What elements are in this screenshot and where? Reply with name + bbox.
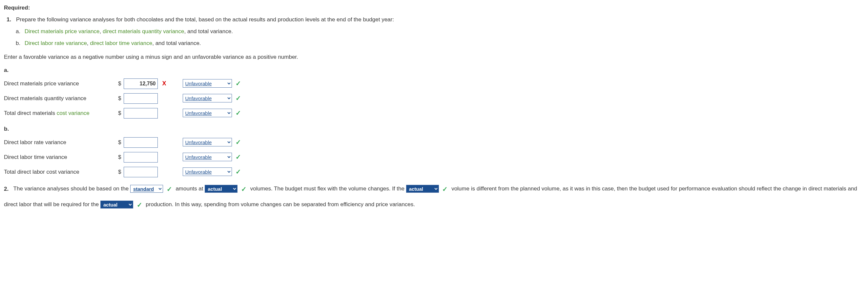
q1b-link-2[interactable]: direct labor time variance <box>90 40 152 46</box>
favorability-select[interactable]: Unfavorable <box>183 79 232 88</box>
check-icon: ✓ <box>236 94 241 102</box>
favorability-select[interactable]: Unfavorable <box>183 109 232 117</box>
check-icon: ✓ <box>165 181 174 197</box>
table-row: Direct materials price variance $ X Unfa… <box>4 76 244 91</box>
section-b-label: b. <box>4 124 864 134</box>
favorability-select[interactable]: Unfavorable <box>183 94 232 103</box>
section-a-label: a. <box>4 66 864 75</box>
section-a-table: Direct materials price variance $ X Unfa… <box>4 76 244 120</box>
currency-symbol: $ <box>118 76 124 91</box>
q2-marker: 2. <box>4 186 8 192</box>
check-icon: ✓ <box>239 181 249 197</box>
row-label: Direct materials quantity variance <box>4 91 118 106</box>
basis-select-2[interactable]: actual <box>205 185 238 193</box>
q2-t3: volumes. The budget must flex with the v… <box>250 186 406 192</box>
required-heading: Required: <box>4 3 864 12</box>
row-label: Direct labor time variance <box>4 150 118 165</box>
currency-symbol: $ <box>118 150 124 165</box>
table-row: Total direct materials cost variance $ U… <box>4 106 244 120</box>
q1a-tail: , and total variance. <box>184 28 233 34</box>
row-label: Direct labor rate variance <box>4 135 118 150</box>
amount-input[interactable] <box>124 108 158 118</box>
q1a-marker: a. <box>16 28 20 34</box>
favorability-select[interactable]: Unfavorable <box>183 153 232 161</box>
basis-select-1[interactable]: standard <box>130 185 163 193</box>
q1b-sep: , <box>87 40 90 46</box>
amount-input[interactable] <box>124 152 158 163</box>
amount-input[interactable] <box>124 167 158 177</box>
cost-variance-link[interactable]: cost variance <box>57 110 90 116</box>
table-row: Direct materials quantity variance $ Unf… <box>4 91 244 106</box>
question-1: 1. Prepare the following variance analys… <box>6 15 864 24</box>
q1a-sep: , <box>100 28 103 34</box>
check-icon: ✓ <box>236 139 241 146</box>
amount-input[interactable] <box>124 137 158 148</box>
currency-symbol: $ <box>118 165 124 179</box>
check-icon: ✓ <box>236 153 241 161</box>
q1-sub-b: b. Direct labor rate variance, direct la… <box>16 39 864 48</box>
q1a-link-1[interactable]: Direct materials price variance <box>25 28 100 34</box>
q1b-marker: b. <box>16 40 20 46</box>
check-icon: ✓ <box>440 181 450 197</box>
amount-input[interactable] <box>124 93 158 104</box>
amount-input[interactable] <box>124 79 158 89</box>
q1-sub-a: a. Direct materials price variance, dire… <box>16 27 864 36</box>
basis-select-4[interactable]: actual <box>100 201 133 208</box>
check-icon: ✓ <box>236 109 241 116</box>
currency-symbol: $ <box>118 135 124 150</box>
favorability-select[interactable]: Unfavorable <box>183 167 232 176</box>
instruction-text: Enter a favorable variance as a negative… <box>4 53 864 62</box>
favorability-select[interactable]: Unfavorable <box>183 138 232 146</box>
currency-symbol: $ <box>118 91 124 106</box>
q1a-link-2[interactable]: direct materials quantity variance <box>103 28 184 34</box>
q1b-link-1[interactable]: Direct labor rate variance <box>25 40 87 46</box>
currency-symbol: $ <box>118 106 124 120</box>
table-row: Total direct labor cost variance $ Unfav… <box>4 165 244 179</box>
question-2: 2. The variance analyses should be based… <box>4 181 864 213</box>
q2-t1: The variance analyses should be based on… <box>13 186 130 192</box>
row-label: Total direct labor cost variance <box>4 165 118 179</box>
q2-t2: amounts at <box>176 186 205 192</box>
table-row: Direct labor rate variance $ Unfavorable… <box>4 135 244 150</box>
row-label: Direct materials price variance <box>4 76 118 91</box>
check-icon: ✓ <box>236 168 241 175</box>
q1-text: Prepare the following variance analyses … <box>16 17 394 23</box>
row-label: Total direct materials cost variance <box>4 106 118 120</box>
x-icon: X <box>162 80 166 87</box>
q2-t5: production. In this way, spending from v… <box>146 202 415 208</box>
row-label-prefix: Total direct materials <box>4 110 57 116</box>
page-root: Required: 1. Prepare the following varia… <box>0 0 868 223</box>
section-b-table: Direct labor rate variance $ Unfavorable… <box>4 135 244 179</box>
table-row: Direct labor time variance $ Unfavorable… <box>4 150 244 165</box>
q1-marker: 1. <box>6 17 11 23</box>
q1b-tail: , and total variance. <box>152 40 201 46</box>
check-icon: ✓ <box>135 197 144 213</box>
check-icon: ✓ <box>236 80 241 87</box>
basis-select-3[interactable]: actual <box>406 185 439 193</box>
